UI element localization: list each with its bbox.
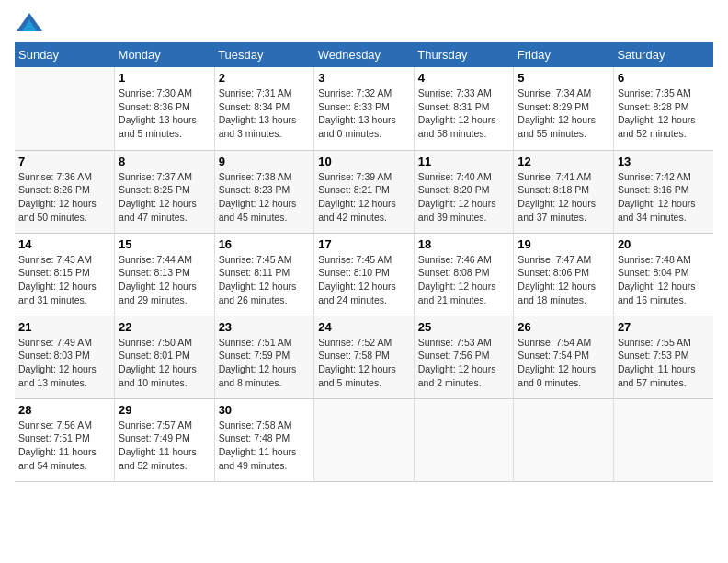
header-row: SundayMondayTuesdayWednesdayThursdayFrid…	[15, 42, 713, 67]
logo-icon	[17, 13, 42, 31]
day-number: 11	[418, 155, 510, 168]
day-number: 4	[418, 71, 510, 85]
calendar-body: 1Sunrise: 7:30 AM Sunset: 8:36 PM Daylig…	[15, 67, 713, 481]
day-info: Sunrise: 7:37 AM Sunset: 8:25 PM Dayligh…	[119, 170, 210, 224]
day-info: Sunrise: 7:55 AM Sunset: 7:53 PM Dayligh…	[618, 336, 710, 390]
calendar-cell	[613, 398, 713, 481]
day-info: Sunrise: 7:47 AM Sunset: 8:06 PM Dayligh…	[518, 253, 609, 307]
day-number: 13	[618, 155, 710, 168]
calendar-header: SundayMondayTuesdayWednesdayThursdayFrid…	[15, 42, 713, 67]
day-info: Sunrise: 7:53 AM Sunset: 7:56 PM Dayligh…	[418, 336, 510, 390]
calendar-cell: 5Sunrise: 7:34 AM Sunset: 8:29 PM Daylig…	[514, 67, 614, 150]
calendar-cell: 11Sunrise: 7:40 AM Sunset: 8:20 PM Dayli…	[414, 150, 514, 233]
calendar-cell	[314, 398, 415, 481]
day-number: 9	[219, 155, 311, 168]
calendar-cell: 26Sunrise: 7:54 AM Sunset: 7:54 PM Dayli…	[514, 316, 614, 398]
day-info: Sunrise: 7:45 AM Sunset: 8:10 PM Dayligh…	[318, 253, 410, 307]
calendar-cell: 15Sunrise: 7:44 AM Sunset: 8:13 PM Dayli…	[115, 233, 215, 316]
day-number: 21	[18, 320, 110, 334]
day-number: 22	[119, 320, 210, 334]
day-info: Sunrise: 7:45 AM Sunset: 8:11 PM Dayligh…	[219, 253, 311, 307]
day-number: 26	[518, 320, 609, 334]
day-info: Sunrise: 7:58 AM Sunset: 7:48 PM Dayligh…	[219, 419, 311, 473]
calendar-cell: 16Sunrise: 7:45 AM Sunset: 8:11 PM Dayli…	[214, 233, 314, 316]
day-number: 3	[318, 71, 410, 85]
day-number: 12	[518, 155, 609, 168]
calendar-cell: 17Sunrise: 7:45 AM Sunset: 8:10 PM Dayli…	[314, 233, 415, 316]
calendar-cell: 9Sunrise: 7:38 AM Sunset: 8:23 PM Daylig…	[214, 150, 314, 233]
day-info: Sunrise: 7:48 AM Sunset: 8:04 PM Dayligh…	[618, 253, 710, 307]
day-number: 27	[618, 320, 710, 334]
header-cell-wednesday: Wednesday	[314, 42, 415, 67]
calendar-cell	[15, 67, 115, 150]
day-info: Sunrise: 7:41 AM Sunset: 8:18 PM Dayligh…	[518, 170, 609, 224]
calendar-cell: 27Sunrise: 7:55 AM Sunset: 7:53 PM Dayli…	[613, 316, 713, 398]
calendar-cell	[414, 398, 514, 481]
day-info: Sunrise: 7:35 AM Sunset: 8:28 PM Dayligh…	[618, 86, 710, 141]
calendar-cell: 29Sunrise: 7:57 AM Sunset: 7:49 PM Dayli…	[115, 398, 215, 481]
day-number: 15	[119, 237, 210, 251]
day-info: Sunrise: 7:30 AM Sunset: 8:36 PM Dayligh…	[119, 86, 210, 141]
calendar-cell: 24Sunrise: 7:52 AM Sunset: 7:58 PM Dayli…	[314, 316, 415, 398]
calendar-cell: 30Sunrise: 7:58 AM Sunset: 7:48 PM Dayli…	[214, 398, 314, 481]
day-info: Sunrise: 7:50 AM Sunset: 8:01 PM Dayligh…	[119, 336, 210, 390]
day-info: Sunrise: 7:43 AM Sunset: 8:15 PM Dayligh…	[18, 253, 110, 307]
day-info: Sunrise: 7:40 AM Sunset: 8:20 PM Dayligh…	[418, 170, 510, 224]
day-info: Sunrise: 7:33 AM Sunset: 8:31 PM Dayligh…	[418, 86, 510, 141]
day-info: Sunrise: 7:32 AM Sunset: 8:33 PM Dayligh…	[318, 86, 410, 141]
calendar-table: SundayMondayTuesdayWednesdayThursdayFrid…	[15, 42, 713, 482]
calendar-cell: 4Sunrise: 7:33 AM Sunset: 8:31 PM Daylig…	[414, 67, 514, 150]
day-info: Sunrise: 7:54 AM Sunset: 7:54 PM Dayligh…	[518, 336, 609, 390]
calendar-week-5: 28Sunrise: 7:56 AM Sunset: 7:51 PM Dayli…	[15, 398, 713, 481]
calendar-cell: 21Sunrise: 7:49 AM Sunset: 8:03 PM Dayli…	[15, 316, 115, 398]
calendar-cell: 1Sunrise: 7:30 AM Sunset: 8:36 PM Daylig…	[115, 67, 215, 150]
day-number: 19	[518, 237, 609, 251]
calendar-cell: 28Sunrise: 7:56 AM Sunset: 7:51 PM Dayli…	[15, 398, 115, 481]
calendar-cell	[514, 398, 614, 481]
day-info: Sunrise: 7:46 AM Sunset: 8:08 PM Dayligh…	[418, 253, 510, 307]
day-info: Sunrise: 7:56 AM Sunset: 7:51 PM Dayligh…	[18, 419, 110, 473]
calendar-cell: 25Sunrise: 7:53 AM Sunset: 7:56 PM Dayli…	[414, 316, 514, 398]
page-header	[15, 15, 713, 33]
calendar-cell: 23Sunrise: 7:51 AM Sunset: 7:59 PM Dayli…	[214, 316, 314, 398]
day-number: 16	[219, 237, 311, 251]
calendar-cell: 6Sunrise: 7:35 AM Sunset: 8:28 PM Daylig…	[613, 67, 713, 150]
calendar-cell: 20Sunrise: 7:48 AM Sunset: 8:04 PM Dayli…	[613, 233, 713, 316]
header-cell-friday: Friday	[514, 42, 614, 67]
calendar-week-2: 7Sunrise: 7:36 AM Sunset: 8:26 PM Daylig…	[15, 150, 713, 233]
calendar-cell: 18Sunrise: 7:46 AM Sunset: 8:08 PM Dayli…	[414, 233, 514, 316]
calendar-cell: 10Sunrise: 7:39 AM Sunset: 8:21 PM Dayli…	[314, 150, 415, 233]
calendar-cell: 3Sunrise: 7:32 AM Sunset: 8:33 PM Daylig…	[314, 67, 415, 150]
day-info: Sunrise: 7:49 AM Sunset: 8:03 PM Dayligh…	[18, 336, 110, 390]
day-number: 29	[119, 403, 210, 417]
calendar-cell: 13Sunrise: 7:42 AM Sunset: 8:16 PM Dayli…	[613, 150, 713, 233]
day-info: Sunrise: 7:44 AM Sunset: 8:13 PM Dayligh…	[119, 253, 210, 307]
logo	[15, 15, 40, 33]
day-info: Sunrise: 7:39 AM Sunset: 8:21 PM Dayligh…	[318, 170, 410, 224]
header-cell-monday: Monday	[115, 42, 215, 67]
day-number: 23	[219, 320, 311, 334]
header-cell-sunday: Sunday	[15, 42, 115, 67]
day-number: 30	[219, 403, 311, 417]
calendar-week-3: 14Sunrise: 7:43 AM Sunset: 8:15 PM Dayli…	[15, 233, 713, 316]
day-number: 7	[18, 155, 110, 168]
calendar-cell: 12Sunrise: 7:41 AM Sunset: 8:18 PM Dayli…	[514, 150, 614, 233]
day-number: 6	[618, 71, 710, 85]
day-number: 18	[418, 237, 510, 251]
day-number: 2	[219, 71, 311, 85]
calendar-week-4: 21Sunrise: 7:49 AM Sunset: 8:03 PM Dayli…	[15, 316, 713, 398]
calendar-cell: 19Sunrise: 7:47 AM Sunset: 8:06 PM Dayli…	[514, 233, 614, 316]
day-info: Sunrise: 7:38 AM Sunset: 8:23 PM Dayligh…	[219, 170, 311, 224]
calendar-cell: 8Sunrise: 7:37 AM Sunset: 8:25 PM Daylig…	[115, 150, 215, 233]
day-info: Sunrise: 7:52 AM Sunset: 7:58 PM Dayligh…	[318, 336, 410, 390]
day-number: 24	[318, 320, 410, 334]
header-cell-tuesday: Tuesday	[214, 42, 314, 67]
calendar-cell: 14Sunrise: 7:43 AM Sunset: 8:15 PM Dayli…	[15, 233, 115, 316]
day-number: 10	[318, 155, 410, 168]
calendar-week-1: 1Sunrise: 7:30 AM Sunset: 8:36 PM Daylig…	[15, 67, 713, 150]
day-info: Sunrise: 7:36 AM Sunset: 8:26 PM Dayligh…	[18, 170, 110, 224]
day-number: 17	[318, 237, 410, 251]
header-cell-thursday: Thursday	[414, 42, 514, 67]
day-number: 8	[119, 155, 210, 168]
calendar-cell: 2Sunrise: 7:31 AM Sunset: 8:34 PM Daylig…	[214, 67, 314, 150]
